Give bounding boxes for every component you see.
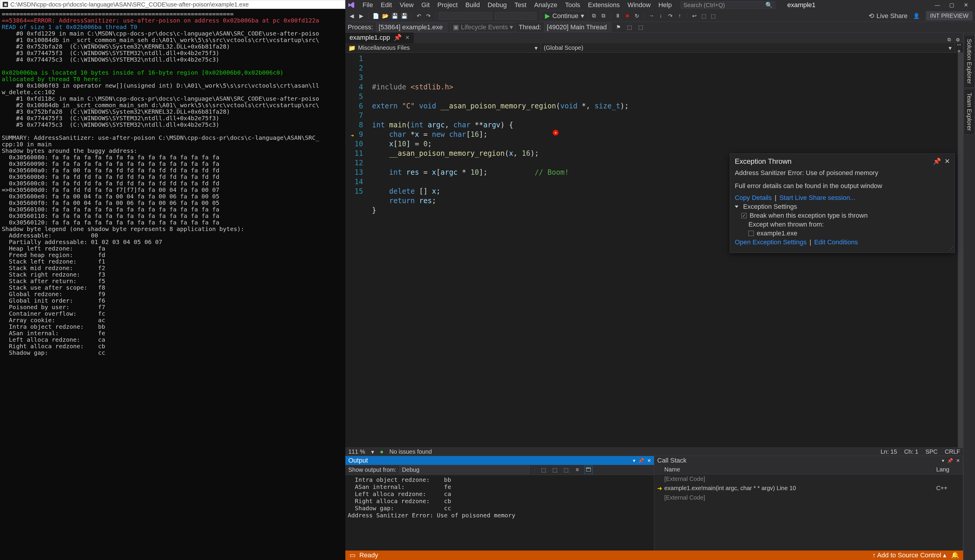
code-editor[interactable]: 123456789101112131415 #include <stdlib.h… <box>345 53 963 447</box>
crlf-indicator[interactable]: CRLF <box>945 448 960 455</box>
scope-dropdown[interactable]: (Global Scope) ▾ <box>541 43 955 53</box>
menu-project[interactable]: Project <box>434 0 461 11</box>
menu-window[interactable]: Window <box>624 0 654 11</box>
pin-icon[interactable]: 📌 <box>393 34 402 42</box>
pin-popup-icon[interactable]: 📌 <box>933 158 941 165</box>
misc-button-2[interactable]: ⬚ <box>700 12 708 20</box>
config-dropdown[interactable] <box>438 12 492 20</box>
debug-button-2[interactable]: ⧉ <box>599 12 607 20</box>
open-exception-settings-link[interactable]: Open Exception Settings <box>735 238 807 246</box>
liveshare-button[interactable]: ⟲ Live Share <box>865 11 911 21</box>
close-icon[interactable]: ✕ <box>956 458 960 463</box>
feedback-button[interactable]: 👤 <box>912 12 920 20</box>
debug-target-button[interactable]: ⧉ <box>590 12 598 20</box>
close-popup-icon[interactable]: ✕ <box>945 158 950 165</box>
project-dropdown[interactable]: 📁 Miscellaneous Files ▾ <box>345 43 541 53</box>
step-out-button[interactable]: ↑ <box>675 12 684 20</box>
char-indicator[interactable]: Ch: 1 <box>904 448 918 455</box>
output-body[interactable]: Intra object redzone: bb ASan internal: … <box>345 475 654 550</box>
nav-fwd-button[interactable]: ▶ <box>357 12 365 20</box>
callstack-panel-header[interactable]: Call Stack ▾📌✕ <box>654 456 963 465</box>
thread-dropdown[interactable]: [49020] Main Thread <box>544 23 611 32</box>
add-source-control-button[interactable]: ↑ Add to Source Control ▴ <box>873 552 947 559</box>
undo-button[interactable]: ↶ <box>415 12 423 20</box>
pin-icon[interactable]: 📌 <box>638 458 644 463</box>
open-button[interactable]: 📂 <box>381 12 390 20</box>
platform-dropdown[interactable] <box>495 12 537 20</box>
console-titlebar[interactable]: ▣ C:\MSDN\cpp-docs-pr\docs\c-language\AS… <box>0 0 345 9</box>
stack-frame-button[interactable]: ⬚ <box>625 23 634 32</box>
menu-help[interactable]: Help <box>655 0 675 11</box>
menu-test[interactable]: Test <box>511 0 530 11</box>
stop-button[interactable]: ■ <box>623 12 632 20</box>
error-glyph-icon[interactable]: × <box>553 130 558 136</box>
pause-button[interactable]: ⏸ <box>614 12 622 20</box>
misc-button-3[interactable]: ⬚ <box>709 12 717 20</box>
stack-row[interactable]: [External Code] <box>654 474 963 483</box>
menu-file[interactable]: File <box>359 0 377 11</box>
flag-button[interactable]: ⚑ <box>614 23 623 32</box>
editor-scrollbar[interactable] <box>958 53 963 447</box>
output-source-dropdown[interactable]: Debug <box>399 465 530 474</box>
console-output[interactable]: ========================================… <box>0 9 345 560</box>
start-liveshare-link[interactable]: Start Live Share session... <box>779 194 855 202</box>
menu-extensions[interactable]: Extensions <box>584 0 623 11</box>
dropdown-icon[interactable]: ▾ <box>942 458 944 463</box>
show-next-button[interactable]: → <box>647 12 655 20</box>
restart-button[interactable]: ↻ <box>633 12 641 20</box>
output-btn-3[interactable]: ⬚ <box>562 466 570 474</box>
pin-icon[interactable]: 📌 <box>947 458 953 463</box>
output-btn-5[interactable]: 🗔 <box>584 466 593 474</box>
vs-titlebar: FileEditViewGitProjectBuildDebugTestAnal… <box>345 0 975 10</box>
nav-back-button[interactable]: ◀ <box>348 12 356 20</box>
output-btn-4[interactable]: ≡ <box>573 466 582 474</box>
minimize-button[interactable]: — <box>930 0 944 10</box>
menu-view[interactable]: View <box>396 0 417 11</box>
zoom-level[interactable]: 111 % <box>348 448 365 455</box>
menu-debug[interactable]: Debug <box>484 0 510 11</box>
stack-row[interactable]: ➜example1.exe!main(int argc, char * * ar… <box>654 483 963 493</box>
expand-icon[interactable] <box>735 205 738 208</box>
close-button[interactable]: ✕ <box>959 0 973 10</box>
dropdown-icon[interactable]: ▾ <box>633 458 635 463</box>
tab-example1-cpp[interactable]: example1.cpp 📌 ✕ <box>345 33 414 43</box>
settings-icon[interactable]: ⚙ <box>954 36 962 43</box>
stack-frame-button-2[interactable]: ⬚ <box>637 23 645 32</box>
save-all-button[interactable]: 💾 <box>400 12 408 20</box>
line-indicator[interactable]: Ln: 15 <box>880 448 897 455</box>
step-over-button[interactable]: ↷ <box>666 12 674 20</box>
menu-tools[interactable]: Tools <box>562 0 584 11</box>
menu-build[interactable]: Build <box>462 0 483 11</box>
solution-explorer-tab[interactable]: Solution Explorer <box>964 35 975 88</box>
menu-git[interactable]: Git <box>418 0 433 11</box>
lifecycle-dropdown[interactable]: ▣ Lifecycle Events ▾ <box>450 23 516 32</box>
search-box[interactable]: Search (Ctrl+Q) 🔍 <box>681 1 775 9</box>
step-into-button[interactable]: ↓ <box>657 12 665 20</box>
team-explorer-tab[interactable]: Team Explorer <box>964 89 975 135</box>
save-button[interactable]: 💾 <box>391 12 399 20</box>
menu-analyze[interactable]: Analyze <box>530 0 561 11</box>
misc-button-1[interactable]: ↩ <box>690 12 698 20</box>
output-btn-1[interactable]: ⬚ <box>539 466 548 474</box>
output-btn-2[interactable]: ⬚ <box>551 466 559 474</box>
break-checkbox[interactable]: ✓ <box>741 213 747 218</box>
notifications-icon[interactable]: 🔔 <box>951 552 959 559</box>
issues-text[interactable]: No issues found <box>390 448 432 455</box>
output-panel-header[interactable]: Output ▾📌✕ <box>345 456 654 465</box>
close-tab-icon[interactable]: ✕ <box>405 34 410 41</box>
edit-conditions-link[interactable]: Edit Conditions <box>814 238 858 246</box>
preview-button[interactable]: ⧉ <box>945 36 952 43</box>
menu-edit[interactable]: Edit <box>377 0 395 11</box>
maximize-button[interactable]: ▢ <box>945 0 958 10</box>
continue-button[interactable]: ▶ Continue ▾ <box>540 11 588 21</box>
close-icon[interactable]: ✕ <box>647 458 651 463</box>
console-window: ▣ C:\MSDN\cpp-docs-pr\docs\c-language\AS… <box>0 0 345 560</box>
process-dropdown[interactable]: [53864] example1.exe <box>376 23 448 32</box>
spaces-indicator[interactable]: SPC <box>925 448 938 455</box>
stack-row[interactable]: [External Code] <box>654 493 963 502</box>
redo-button[interactable]: ↷ <box>424 12 432 20</box>
new-button[interactable]: 📄 <box>372 12 380 20</box>
resize-grip-icon[interactable]: ⋰ <box>948 246 953 252</box>
copy-details-link[interactable]: Copy Details <box>735 194 772 202</box>
exe-checkbox[interactable] <box>748 231 754 236</box>
